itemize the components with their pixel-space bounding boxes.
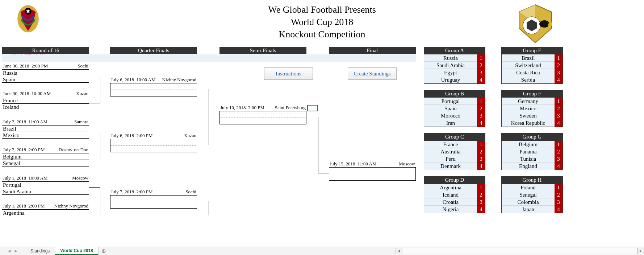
team-cell[interactable]: Iceland bbox=[2, 104, 89, 110]
group-team: Mexico bbox=[502, 105, 555, 112]
group-rank: 2 bbox=[555, 148, 563, 155]
group-rank: 2 bbox=[477, 62, 485, 69]
group-team: Denmark bbox=[424, 163, 477, 170]
r16-match-1: June 30, 2018 2:00 PMSochi Russia Spain bbox=[2, 63, 89, 83]
group-team: Croatia bbox=[424, 198, 477, 206]
create-standings-button[interactable]: Create Standings bbox=[348, 67, 397, 80]
title-line-3: Knockout Competition bbox=[0, 28, 644, 41]
group-team: Belgium bbox=[502, 141, 555, 148]
team-cell[interactable] bbox=[110, 83, 197, 90]
round-header-qf: Quarter Finals bbox=[110, 47, 197, 54]
team-cell[interactable] bbox=[219, 111, 306, 118]
group-rank: 3 bbox=[555, 112, 563, 119]
group-team: Panama bbox=[502, 148, 555, 155]
group-team: Sweden bbox=[502, 112, 555, 119]
group-team: Germany bbox=[502, 98, 555, 105]
add-sheet-button[interactable]: ⊕ bbox=[99, 248, 109, 254]
group-rank: 3 bbox=[555, 198, 563, 206]
team-cell[interactable]: Mexico bbox=[2, 132, 89, 139]
sheet-tab-standings[interactable]: Standings bbox=[25, 247, 55, 255]
sheet-tab-bar: ◄ ► Standings World Cup 2018 ⊕ ◄ ► bbox=[0, 247, 644, 255]
group-a: Group A Russia1 Saudi Arabia2 Egypt3 Uru… bbox=[424, 47, 485, 84]
group-rank: 1 bbox=[555, 141, 563, 148]
active-cell-selection[interactable] bbox=[307, 105, 318, 111]
group-rank: 4 bbox=[477, 76, 485, 83]
hscroll-track[interactable] bbox=[402, 248, 637, 254]
team-cell[interactable]: Belgium bbox=[2, 153, 89, 160]
hscroll-right-button[interactable]: ► bbox=[637, 248, 644, 254]
group-team: Portugal bbox=[424, 98, 477, 105]
group-rank: 1 bbox=[477, 184, 485, 191]
group-team: Senegal bbox=[502, 191, 555, 198]
team-cell[interactable]: Russia bbox=[2, 70, 89, 76]
qf-match-1: July 6, 2018 10:00 AMNizhny Novgorod bbox=[110, 77, 197, 96]
group-team: Peru bbox=[424, 155, 477, 163]
group-e: Group E Brazil1 Switzerland2 Costa Rica3… bbox=[501, 47, 563, 84]
r16-match-2: June 30, 2018 10:00 AMKazan France Icela… bbox=[2, 91, 89, 110]
group-rank: 2 bbox=[555, 105, 563, 112]
team-cell[interactable]: Brazil bbox=[2, 126, 89, 132]
group-header: Group H bbox=[501, 176, 563, 184]
group-rank: 3 bbox=[477, 155, 485, 163]
sheet-tab-worldcup2018[interactable]: World Cup 2018 bbox=[55, 247, 98, 255]
group-team: Iran bbox=[424, 119, 477, 127]
team-cell[interactable]: France bbox=[2, 97, 89, 104]
group-rank: 4 bbox=[555, 119, 563, 127]
qf-match-2: July 6, 2018 2:00 PMKazan bbox=[110, 133, 197, 152]
team-cell[interactable]: Portugal bbox=[2, 182, 89, 188]
group-rank: 3 bbox=[477, 198, 485, 206]
final-match: July 15, 2018 11:00 AMMoscow bbox=[329, 161, 416, 181]
instructions-label: Instructions bbox=[276, 71, 301, 77]
instructions-button[interactable]: Instructions bbox=[264, 67, 313, 80]
team-cell[interactable] bbox=[219, 118, 306, 124]
group-team: Russia bbox=[424, 54, 477, 62]
group-team: Japan bbox=[502, 206, 555, 213]
team-cell[interactable] bbox=[329, 174, 416, 181]
team-cell[interactable] bbox=[110, 90, 197, 96]
team-cell[interactable] bbox=[110, 196, 197, 202]
group-team: Brazil bbox=[502, 54, 555, 62]
group-team: Spain bbox=[424, 105, 477, 112]
group-header: Group A bbox=[424, 47, 485, 54]
group-rank: 2 bbox=[555, 62, 563, 69]
create-standings-label: Create Standings bbox=[354, 71, 390, 77]
group-c: Group C France1 Australia2 Peru3 Denmark… bbox=[424, 133, 485, 170]
group-rank: 1 bbox=[477, 98, 485, 105]
group-team: Saudi Arabia bbox=[424, 62, 477, 69]
group-team: England bbox=[502, 163, 555, 170]
group-b: Group B Portugal1 Spain2 Morocco3 Iran4 bbox=[424, 90, 485, 127]
group-team: Switzerland bbox=[502, 62, 555, 69]
group-header: Group F bbox=[501, 90, 563, 97]
group-header: Group E bbox=[501, 47, 563, 54]
group-team: Australia bbox=[424, 148, 477, 155]
group-rank: 4 bbox=[477, 119, 485, 127]
team-cell[interactable]: Spain bbox=[2, 76, 89, 83]
team-cell[interactable]: Senegal bbox=[2, 160, 89, 166]
group-team: Poland bbox=[502, 184, 555, 191]
team-cell[interactable] bbox=[110, 139, 197, 146]
team-cell[interactable] bbox=[329, 168, 416, 174]
group-rank: 3 bbox=[477, 112, 485, 119]
round-header-sf: Semi-Finals bbox=[219, 47, 306, 54]
team-cell[interactable]: Argentina bbox=[2, 210, 89, 216]
group-rank: 4 bbox=[555, 163, 563, 170]
group-rank: 3 bbox=[477, 69, 485, 76]
group-rank: 2 bbox=[477, 191, 485, 198]
group-team: Colombia bbox=[502, 198, 555, 206]
r16-match-5: July 1, 2018 10:00 AMMoscow Portugal Sau… bbox=[2, 175, 89, 195]
group-team: France bbox=[424, 141, 477, 148]
group-header: Group G bbox=[501, 133, 563, 140]
group-rank: 2 bbox=[477, 105, 485, 112]
group-rank: 3 bbox=[555, 155, 563, 163]
title-line-2: World Cup 2018 bbox=[0, 16, 644, 28]
group-rank: 2 bbox=[477, 148, 485, 155]
team-cell[interactable] bbox=[110, 146, 197, 152]
group-team: Argentina bbox=[424, 184, 477, 191]
team-cell[interactable]: Saudi Arabia bbox=[2, 188, 89, 195]
team-cell[interactable] bbox=[110, 202, 197, 209]
hscroll-left-button[interactable]: ◄ bbox=[396, 248, 402, 254]
group-rank: 4 bbox=[477, 163, 485, 170]
round-header-final: Final bbox=[329, 47, 416, 54]
group-header: Group D bbox=[424, 176, 485, 184]
sheet-nav-arrows[interactable]: ◄ ► bbox=[0, 248, 25, 254]
